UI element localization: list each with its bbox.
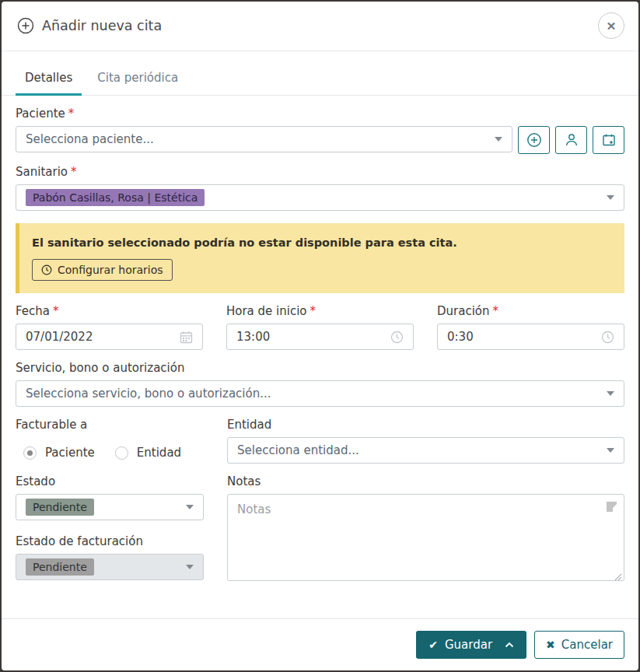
paciente-select[interactable]: Selecciona paciente... bbox=[16, 126, 512, 152]
required-marker: * bbox=[71, 165, 77, 179]
notas-label: Notas bbox=[227, 474, 624, 488]
entidad-label: Entidad bbox=[227, 418, 624, 432]
modal-header: Añadir nueva cita ✕ bbox=[2, 2, 638, 51]
chevron-down-icon bbox=[607, 391, 614, 396]
chevron-down-icon bbox=[186, 505, 194, 509]
paciente-placeholder: Selecciona paciente... bbox=[26, 132, 488, 146]
person-icon bbox=[564, 132, 579, 148]
patient-calendar-button[interactable] bbox=[593, 126, 624, 154]
radio-paciente[interactable]: Paciente bbox=[23, 446, 95, 460]
duracion-label: Duración* bbox=[437, 304, 624, 318]
radio-unselected-icon bbox=[115, 446, 128, 460]
clock-icon[interactable] bbox=[390, 331, 404, 344]
form-body: Paciente* Selecciona paciente... bbox=[2, 96, 638, 618]
required-marker: * bbox=[310, 304, 317, 318]
fecha-label: Fecha* bbox=[16, 304, 203, 318]
clock-icon bbox=[41, 264, 52, 275]
plus-circle-icon bbox=[526, 132, 542, 148]
patient-profile-button[interactable] bbox=[555, 126, 587, 154]
sanitario-label: Sanitario* bbox=[16, 165, 624, 179]
radio-entidad[interactable]: Entidad bbox=[115, 446, 181, 460]
warning-message: El sanitario seleccionado podría no esta… bbox=[32, 236, 612, 249]
facturable-radio-group: Paciente Entidad bbox=[16, 446, 204, 460]
chevron-down-icon bbox=[607, 448, 614, 453]
estado-select[interactable]: Pendiente bbox=[16, 494, 204, 520]
tab-cita-periodica[interactable]: Cita periódica bbox=[88, 64, 187, 96]
required-marker: * bbox=[493, 304, 499, 318]
hora-inicio-input-wrap bbox=[226, 324, 414, 350]
close-icon: ✕ bbox=[607, 20, 617, 32]
servicio-placeholder: Selecciona servicio, bono o autorización… bbox=[26, 387, 600, 401]
configure-schedule-button[interactable]: Configurar horarios bbox=[32, 259, 173, 281]
availability-warning: El sanitario seleccionado podría no esta… bbox=[16, 223, 624, 293]
chevron-up-icon[interactable] bbox=[505, 642, 514, 648]
x-icon: ✖ bbox=[546, 639, 555, 651]
estado-label: Estado bbox=[16, 474, 204, 488]
entidad-select[interactable]: Selecciona entidad... bbox=[227, 437, 624, 464]
calendar-icon[interactable] bbox=[180, 331, 193, 344]
note-template-icon[interactable] bbox=[607, 502, 617, 512]
modal-title: Añadir nueva cita bbox=[42, 18, 598, 33]
plus-circle-icon bbox=[17, 17, 34, 34]
hora-inicio-input[interactable] bbox=[236, 330, 390, 344]
chevron-down-icon bbox=[495, 137, 502, 142]
duracion-input-wrap bbox=[437, 324, 624, 350]
paciente-label: Paciente* bbox=[16, 107, 624, 121]
required-marker: * bbox=[68, 107, 75, 121]
calendar-icon bbox=[601, 132, 617, 148]
entidad-placeholder: Selecciona entidad... bbox=[237, 443, 600, 457]
estado-facturacion-value-tag: Pendiente bbox=[26, 558, 94, 576]
estado-facturacion-label: Estado de facturación bbox=[16, 534, 204, 548]
notas-textarea[interactable] bbox=[227, 494, 624, 581]
chevron-down-icon bbox=[186, 565, 194, 569]
chevron-down-icon bbox=[607, 195, 614, 200]
close-button[interactable]: ✕ bbox=[598, 12, 624, 39]
facturable-label: Facturable a bbox=[16, 418, 204, 432]
check-icon: ✔ bbox=[428, 639, 438, 651]
add-patient-button[interactable] bbox=[518, 126, 550, 154]
save-button[interactable]: ✔ Guardar bbox=[416, 631, 526, 659]
hora-inicio-label: Hora de inicio* bbox=[226, 304, 414, 318]
duracion-input[interactable] bbox=[447, 330, 601, 344]
radio-selected-icon bbox=[23, 446, 37, 460]
add-appointment-modal: Añadir nueva cita ✕ Detalles Cita periód… bbox=[2, 2, 638, 670]
required-marker: * bbox=[53, 304, 59, 318]
resize-handle[interactable] bbox=[614, 573, 622, 581]
sanitario-value-tag: Pabón Casillas, Rosa | Estética bbox=[26, 189, 205, 207]
tab-detalles[interactable]: Detalles bbox=[16, 64, 82, 96]
clock-icon[interactable] bbox=[601, 331, 614, 344]
estado-facturacion-select[interactable]: Pendiente bbox=[16, 554, 204, 580]
tab-bar: Detalles Cita periódica bbox=[2, 51, 638, 96]
servicio-label: Servicio, bono o autorización bbox=[16, 361, 624, 375]
sanitario-select[interactable]: Pabón Casillas, Rosa | Estética bbox=[16, 184, 624, 211]
fecha-input-wrap bbox=[16, 324, 203, 350]
cancel-button[interactable]: ✖ Cancelar bbox=[534, 631, 624, 659]
servicio-select[interactable]: Selecciona servicio, bono o autorización… bbox=[16, 380, 624, 407]
fecha-input[interactable] bbox=[26, 330, 180, 344]
modal-footer: ✔ Guardar ✖ Cancelar bbox=[2, 618, 638, 670]
estado-value-tag: Pendiente bbox=[26, 499, 94, 516]
